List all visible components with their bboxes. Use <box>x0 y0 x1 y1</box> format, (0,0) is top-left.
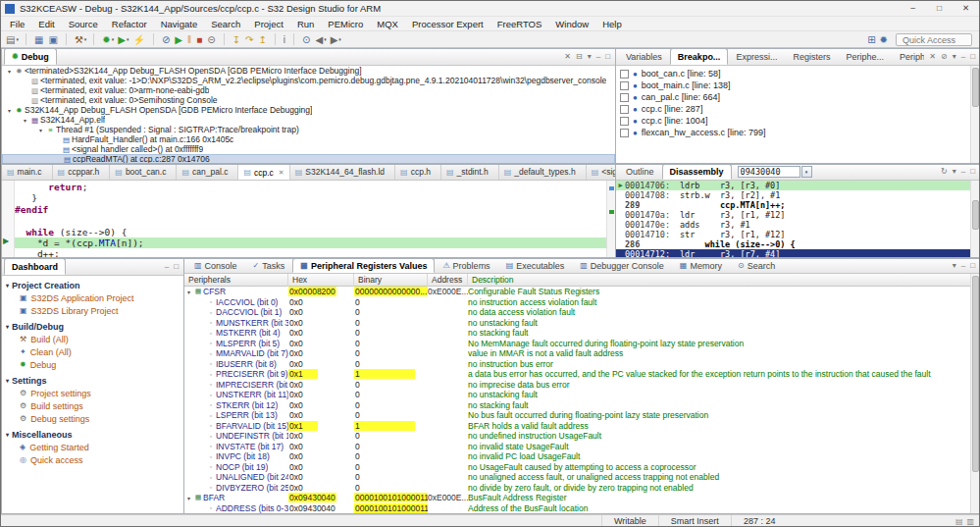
dashboard-item[interactable]: ◎Quick access <box>6 453 183 466</box>
breakpoint-checkbox[interactable] <box>620 129 629 137</box>
expand-arrow-icon[interactable]: ▾ <box>5 107 14 114</box>
table-row[interactable]: ▫ PRECISERR (bit 9) 0x1 1 a data bus err… <box>184 369 970 380</box>
editor-tab[interactable]: ▤ ccppar.h <box>53 165 111 180</box>
table-row[interactable]: ▫ UNSTKERR (bit 11) 0x0 0 no unstacking … <box>184 390 970 400</box>
code-editor[interactable]: return; } #endif while (size-->0) { *d =… <box>15 181 606 257</box>
table-row[interactable]: ▫ MLSPERR (bit 5) 0x0 0 No MemManage fau… <box>184 339 970 349</box>
view-tab[interactable]: ⚠ Problems <box>435 258 497 273</box>
minimize-button[interactable]: – <box>900 1 926 16</box>
breakpoint-checkbox[interactable] <box>620 93 629 102</box>
table-row[interactable]: ▫ LSPERR (bit 13) 0x0 0 No bus fault occ… <box>184 410 970 421</box>
debug-tree-item[interactable]: ▥ <terminated, exit value: -1>D:\NXP\S32… <box>2 76 615 85</box>
expand-arrow-icon[interactable]: ▾ <box>36 127 45 133</box>
table-row[interactable]: ▫ IACCVIOL (bit 0) 0x0 0 no instruction … <box>184 297 970 308</box>
breakpoint-item[interactable]: ● can_pal.c [line: 664] <box>616 91 970 103</box>
separator[interactable] <box>88 32 100 47</box>
minimize-icon[interactable]: – <box>165 259 169 275</box>
table-row[interactable]: ▫ MSTKERR (bit 4) 0x0 0 no stacking faul… <box>184 328 970 339</box>
breakpoint-item[interactable]: ● boot_can.c [line: 58] <box>616 68 970 79</box>
editor-tab[interactable]: ▤ boot_can.c <box>110 165 177 180</box>
editor-tab[interactable]: ▤ can_pal.c <box>177 165 238 180</box>
debug-tree-item[interactable]: ▾ ✹ S32K144_App Debug_FLASH OpenSDA [GDB… <box>2 105 615 115</box>
view-tab[interactable]: ▦ Memory <box>672 258 730 273</box>
debug-tree-item[interactable]: ▥ <terminated, exit value: 0>Semihosting… <box>2 95 615 105</box>
menu-item[interactable]: Refactor <box>105 19 154 29</box>
menu-item[interactable]: Search <box>204 19 247 29</box>
view-tab[interactable]: Breakpo... <box>670 48 729 65</box>
view-tab[interactable]: ▤ Executables <box>498 258 573 273</box>
dashboard-section-settings[interactable]: ▾Settings <box>6 374 183 387</box>
instruction-stepping-button[interactable]: i <box>282 32 288 47</box>
disassembly-address-input[interactable] <box>738 166 800 178</box>
maximize-icon[interactable]: □ <box>605 49 610 65</box>
debug-perspective-icon[interactable]: ✹ <box>878 34 890 45</box>
disassembly-line[interactable]: 00014712: ldr r3, [r7, #4] <box>616 249 970 257</box>
editor-gutter[interactable]: ▶ <box>2 181 15 257</box>
dashboard-item[interactable]: ◈Getting Started <box>6 441 183 453</box>
breakpoint-checkbox[interactable] <box>620 105 629 114</box>
table-row[interactable]: ▫ BFARVALID (bit 15) 0x1 1 BFAR holds a … <box>184 421 970 432</box>
run-button[interactable]: ▶ ▾ <box>116 32 130 47</box>
terminate-button[interactable]: ■ <box>194 32 205 47</box>
refresh-icon[interactable]: ↻ <box>941 164 948 180</box>
table-row[interactable]: ▫ NOCP (bit 19) 0x0 0 no UsageFault caus… <box>184 462 970 473</box>
editor-tab[interactable]: ▤ _default_types.h <box>499 165 587 180</box>
scrollbar[interactable] <box>970 274 980 513</box>
editor-tab[interactable]: ▤ S32K144_64_flash.ld <box>290 165 395 180</box>
resume-button[interactable]: ▶ <box>173 32 185 47</box>
separator[interactable] <box>21 32 32 47</box>
disassembly-line[interactable]: 286 while (size-->0) { <box>616 239 970 249</box>
step-into-button[interactable]: ↧ <box>231 32 243 47</box>
scrollbar-thumb[interactable] <box>972 68 979 107</box>
menu-item[interactable]: Window <box>548 19 595 29</box>
view-tab[interactable]: Variables <box>618 48 670 65</box>
menu-item[interactable]: Help <box>595 19 629 29</box>
back-button[interactable]: ◀ ▾ <box>313 32 328 47</box>
editor-tab[interactable]: ▤ main.c <box>2 165 53 180</box>
dashboard-item[interactable]: ⚒Build (All) <box>6 333 183 345</box>
remove-all-terminated-icon[interactable]: ✕ <box>564 49 571 65</box>
table-row[interactable]: ▾ ▦ BFAR 0x09430040 0000100101000011... … <box>184 493 970 503</box>
expand-arrow-icon[interactable]: ▾ <box>5 68 14 75</box>
editor-tab[interactable]: ▤ <signal handler called>()... <box>587 165 615 180</box>
disassembly-listing[interactable]: ▶ 00014706: ldrb r3, [r3, #0] 00014708: … <box>616 181 970 257</box>
separator[interactable] <box>148 32 160 47</box>
menu-item[interactable]: Edit <box>31 19 61 29</box>
save-all-button[interactable]: ▣ <box>46 32 60 47</box>
menu-item[interactable]: Navigate <box>154 19 205 29</box>
scrollbar-thumb[interactable] <box>972 200 979 230</box>
table-row[interactable]: ▫ MUNSTKERR (bit 3) 0x0 0 no unstacking … <box>184 318 970 329</box>
breakpoint-checkbox[interactable] <box>620 70 629 79</box>
view-menu-icon[interactable]: ▾ <box>953 49 956 65</box>
breakpoint-checkbox[interactable] <box>620 81 629 90</box>
new-wizard-button[interactable]: ▤ ▾ <box>4 32 21 47</box>
table-row[interactable]: ▫ DACCVIOL (bit 1) 0x0 0 no data access … <box>184 307 970 318</box>
menu-item[interactable]: Project <box>247 19 290 29</box>
table-row[interactable]: ▫ IBUSERR (bit 8) 0x0 0 no instruction b… <box>184 359 970 370</box>
table-row[interactable]: ▫ DIVBYZERO (bit 25) 0x0 0 no divide by … <box>184 483 970 494</box>
table-row[interactable]: ▫ ADDRESS (bits 0-31) 0x09430040 0000100… <box>184 503 970 514</box>
dashboard-item[interactable]: ⚙Debug settings <box>6 412 183 425</box>
editor-tab[interactable]: ▤ _stdint.h <box>441 165 499 180</box>
menu-item[interactable]: PEMicro <box>321 19 370 29</box>
separator[interactable] <box>61 32 73 47</box>
dashboard-section-build-debug[interactable]: ▾Build/Debug <box>6 320 183 333</box>
maximize-icon[interactable]: □ <box>970 164 975 180</box>
breakpoint-item[interactable]: ● ccp.c [line: 287] <box>616 103 970 115</box>
minimize-icon[interactable]: – <box>961 49 965 65</box>
step-return-button[interactable]: ↥ <box>256 32 269 47</box>
collapse-all-icon[interactable]: ⊟ <box>576 49 583 65</box>
close-button[interactable]: ✕ <box>953 1 979 16</box>
skip-all-breakpoints-button[interactable]: ⊘ <box>160 32 173 47</box>
disassembly-line[interactable]: 289 ccp.MTA[n]++; <box>616 200 970 210</box>
dashboard-section-miscellaneous[interactable]: ▾Miscellaneous <box>6 428 183 441</box>
table-row[interactable]: ▾ ▦ CFSR 0x00008200 00000000000000... 0x… <box>184 287 970 297</box>
view-tab[interactable]: Outline <box>618 164 662 180</box>
table-row[interactable]: ▫ UNALIGNED (bit 24) 0x0 0 no unaligned … <box>184 472 970 483</box>
separator[interactable] <box>288 32 300 47</box>
view-tab[interactable]: ▥ Console <box>186 258 245 273</box>
save-button[interactable]: ▦ <box>32 32 46 47</box>
view-tab[interactable]: Disassembly <box>662 164 732 180</box>
step-over-button[interactable]: ↷ <box>243 32 256 47</box>
column-header[interactable]: Address <box>428 274 468 287</box>
